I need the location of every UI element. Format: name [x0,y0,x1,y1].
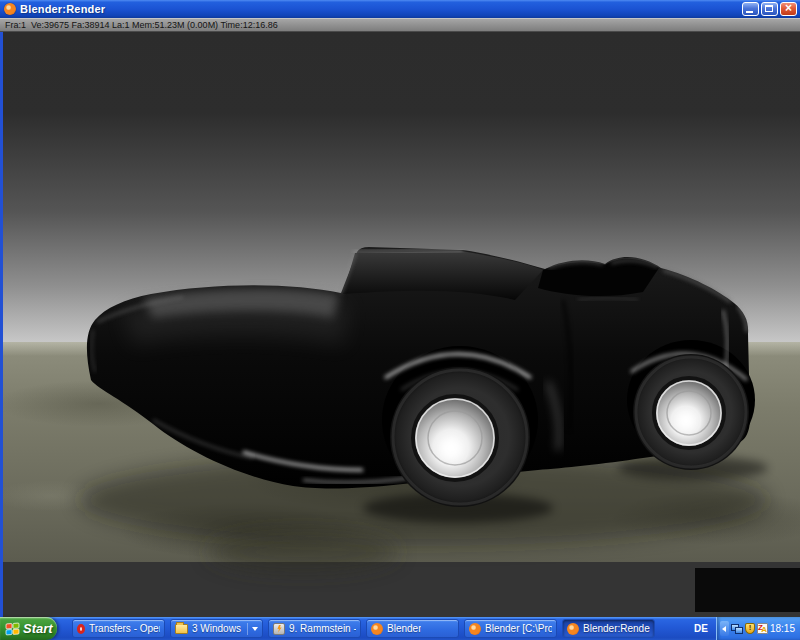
blender-icon [4,3,16,15]
folder-icon [175,624,188,634]
maximize-button[interactable] [761,2,778,16]
network-icon[interactable] [731,624,743,634]
taskbar: Start Transfers - Opera 3 Windows Explor… [0,617,800,640]
winamp-icon [273,623,285,635]
minimize-button[interactable] [742,2,759,16]
close-button[interactable] [780,2,797,16]
render-ground [3,342,800,562]
security-warning-icon[interactable] [745,623,755,634]
taskbar-button-winamp[interactable]: 9. Rammstein - Stein ... [268,619,361,638]
windows-flag-icon [5,622,20,636]
taskbar-clock[interactable]: 18:15 [770,623,800,634]
render-viewport [0,32,800,617]
start-label: Start [23,621,53,636]
blender-icon [371,623,383,635]
task-buttons: Transfers - Opera 3 Windows Explorer 9. … [72,619,655,638]
opera-icon [77,624,85,634]
window-titlebar[interactable]: Blender:Render [0,0,800,18]
system-tray: ZA 18:15 [716,617,800,640]
zonealarm-icon[interactable]: ZA [757,623,768,634]
language-indicator[interactable]: DE [694,623,708,634]
window-title: Blender:Render [20,3,105,15]
taskbar-button-blender-render[interactable]: Blender:Render [562,619,655,638]
blender-icon [469,623,481,635]
render-bottom-strip [3,562,800,617]
desktop: Blender:Render Fra:1 Ve:39675 Fa:38914 L… [0,0,800,640]
hide-icons-chevron-icon[interactable] [720,621,729,636]
blender-icon [567,623,579,635]
taskbar-button-explorer-group[interactable]: 3 Windows Explorer [170,619,263,638]
render-black-panel [695,568,800,612]
group-expand-arrow-icon[interactable] [247,623,258,635]
taskbar-button-opera[interactable]: Transfers - Opera [72,619,165,638]
render-stats-bar: Fra:1 Ve:39675 Fa:38914 La:1 Mem:51.23M … [0,18,800,32]
taskbar-button-blender-program[interactable]: Blender [C:\Program... [464,619,557,638]
render-sky [3,32,800,342]
start-button[interactable]: Start [0,617,57,640]
window-controls [742,2,797,16]
taskbar-button-blender[interactable]: Blender [366,619,459,638]
